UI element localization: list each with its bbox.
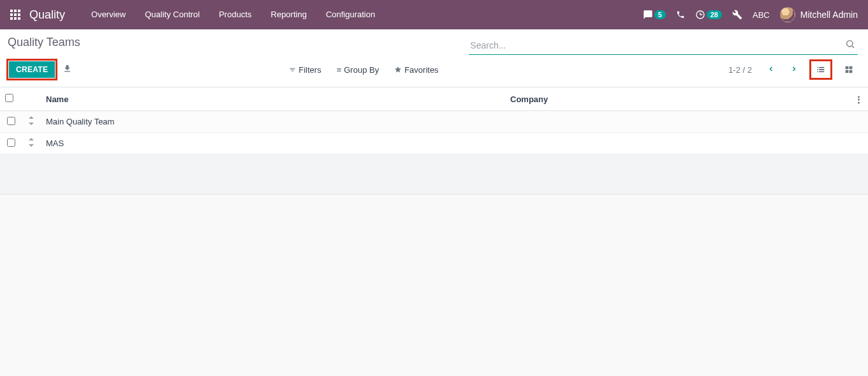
groupby-button[interactable]: ≡ Group By [337, 65, 379, 75]
nav-overview[interactable]: Overview [82, 0, 135, 29]
create-highlight: CREATE [6, 59, 57, 80]
select-all-checkbox[interactable] [5, 94, 13, 102]
nav-configuration[interactable]: Configuration [316, 0, 385, 29]
apps-icon[interactable] [10, 10, 20, 20]
filters-button[interactable]: Filters [289, 65, 321, 75]
activities-icon[interactable]: 28 [695, 10, 722, 20]
cell-company [505, 133, 850, 154]
nav-quality-control[interactable]: Quality Control [135, 0, 209, 29]
search-bar [469, 36, 858, 55]
list-icon: ≡ [337, 65, 342, 75]
discuss-badge: 5 [654, 10, 666, 19]
debug-icon[interactable] [732, 10, 742, 20]
user-menu[interactable]: Mitchell Admin [780, 7, 858, 22]
user-name: Mitchell Admin [800, 10, 858, 20]
list-view-highlight [809, 59, 832, 80]
column-options-icon[interactable]: ⋮ [850, 87, 868, 111]
cell-company [505, 111, 850, 133]
table-row[interactable]: MAS [0, 133, 868, 154]
app-brand[interactable]: Quality [29, 8, 65, 22]
col-name[interactable]: Name [41, 87, 505, 111]
drag-handle-icon[interactable] [22, 111, 41, 133]
avatar [780, 7, 795, 22]
nav-menu: Overview Quality Control Products Report… [82, 0, 385, 29]
nav-products[interactable]: Products [209, 0, 261, 29]
nav-right: 5 28 ABC Mitchell Admin [643, 7, 858, 22]
favorites-button[interactable]: Favorites [394, 65, 438, 75]
nav-reporting[interactable]: Reporting [261, 0, 316, 29]
svg-point-0 [847, 41, 853, 47]
cell-name: Main Quality Team [41, 111, 505, 133]
page-title: Quality Teams [6, 36, 80, 49]
teams-table: Name Company ⋮ Main Quality Team MAS [0, 87, 868, 154]
search-icon[interactable] [842, 39, 858, 51]
empty-area [0, 154, 868, 195]
row-checkbox[interactable] [7, 139, 15, 147]
phone-icon[interactable] [676, 10, 685, 19]
pager-next-icon[interactable] [786, 62, 802, 77]
row-checkbox[interactable] [7, 117, 15, 125]
pager[interactable]: 1-2 / 2 [728, 65, 752, 75]
company-switcher[interactable]: ABC [753, 10, 770, 20]
activities-badge: 28 [707, 10, 722, 19]
col-company[interactable]: Company [505, 87, 850, 111]
kanban-view-icon[interactable] [840, 62, 858, 77]
control-panel: Quality Teams CREATE Filters ≡ Gro [0, 29, 868, 87]
create-button[interactable]: CREATE [9, 61, 55, 78]
pager-prev-icon[interactable] [763, 62, 779, 77]
top-navbar: Quality Overview Quality Control Product… [0, 0, 868, 29]
cell-name: MAS [41, 133, 505, 154]
table-row[interactable]: Main Quality Team [0, 111, 868, 133]
filters-label: Filters [298, 65, 321, 75]
favorites-label: Favorites [404, 65, 438, 75]
groupby-label: Group By [344, 65, 379, 75]
export-icon[interactable] [63, 64, 72, 75]
drag-handle-icon[interactable] [22, 133, 41, 154]
list-view-icon[interactable] [812, 62, 830, 77]
search-input[interactable] [469, 38, 842, 53]
discuss-icon[interactable]: 5 [643, 10, 666, 20]
